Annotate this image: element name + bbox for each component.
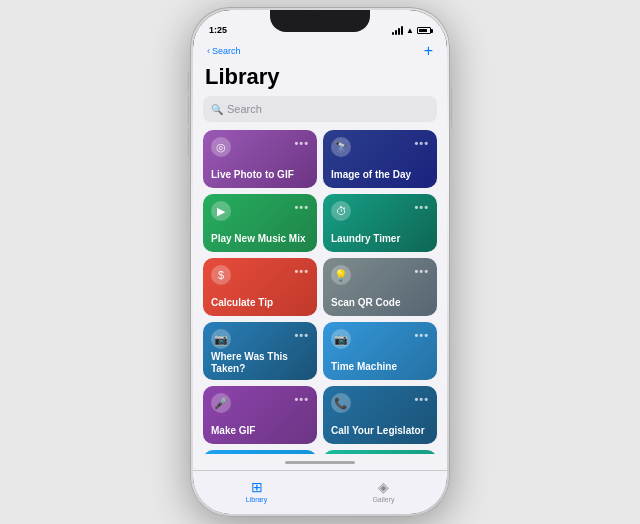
gallery-tab-label: Gallery	[372, 496, 394, 503]
shortcut-label: Live Photo to GIF	[211, 169, 309, 181]
shortcut-label: Play New Music Mix	[211, 233, 309, 245]
back-label: Search	[212, 46, 241, 56]
shortcut-scan-qr[interactable]: 💡 ••• Scan QR Code	[323, 258, 437, 316]
dollar-icon: $	[211, 265, 231, 285]
shortcut-follow[interactable]: 🐦 ••• Follow	[203, 450, 317, 454]
more-icon[interactable]: •••	[294, 137, 309, 149]
volume-down-button	[186, 129, 189, 155]
screen: 1:25 ▲ ‹ Sea	[193, 10, 447, 514]
page-title: Library	[203, 64, 437, 90]
shortcut-contact[interactable]: ✅ ••• Contact	[323, 450, 437, 454]
live-photo-icon: ◎	[211, 137, 231, 157]
shortcut-label: Call Your Legislator	[331, 425, 429, 437]
power-button	[451, 87, 454, 127]
camera2-icon: 📷	[331, 329, 351, 349]
status-icons: ▲	[392, 26, 431, 35]
shortcut-image-of-the-day[interactable]: 🔭 ••• Image of the Day	[323, 130, 437, 188]
mute-button	[186, 72, 189, 90]
shortcut-label: Time Machine	[331, 361, 429, 373]
shortcut-where-taken[interactable]: 📷 ••• Where Was This Taken?	[203, 322, 317, 380]
more-icon[interactable]: •••	[294, 329, 309, 341]
shortcut-calculate-tip[interactable]: $ ••• Calculate Tip	[203, 258, 317, 316]
more-icon[interactable]: •••	[414, 137, 429, 149]
signal-icon	[392, 26, 403, 35]
more-icon[interactable]: •••	[294, 393, 309, 405]
chevron-left-icon: ‹	[207, 46, 210, 56]
timer-icon: ⏱	[331, 201, 351, 221]
phone-icon: 📞	[331, 393, 351, 413]
library-tab-label: Library	[246, 496, 267, 503]
tab-library[interactable]: ⊞ Library	[193, 479, 320, 503]
search-placeholder: Search	[227, 103, 262, 115]
library-tab-icon: ⊞	[251, 479, 263, 495]
more-icon[interactable]: •••	[294, 201, 309, 213]
more-icon[interactable]: •••	[414, 201, 429, 213]
telescope-icon: 🔭	[331, 137, 351, 157]
shortcut-make-gif[interactable]: 🎤 ••• Make GIF	[203, 386, 317, 444]
shortcut-laundry-timer[interactable]: ⏱ ••• Laundry Timer	[323, 194, 437, 252]
shortcut-grid: ◎ ••• Live Photo to GIF 🔭 ••• Image of t…	[203, 130, 437, 454]
search-icon: 🔍	[211, 104, 223, 115]
notch	[270, 10, 370, 32]
home-indicator	[193, 454, 447, 470]
add-button[interactable]: +	[424, 43, 433, 59]
lightbulb-icon: 💡	[331, 265, 351, 285]
main-content: Library 🔍 Search ◎ ••• Live Photo to GIF	[193, 64, 447, 454]
shortcut-label: Laundry Timer	[331, 233, 429, 245]
shortcut-call-legislator[interactable]: 📞 ••• Call Your Legislator	[323, 386, 437, 444]
shortcut-time-machine[interactable]: 📷 ••• Time Machine	[323, 322, 437, 380]
shortcut-live-photo-gif[interactable]: ◎ ••• Live Photo to GIF	[203, 130, 317, 188]
volume-up-button	[186, 97, 189, 123]
back-button[interactable]: ‹ Search	[207, 46, 241, 56]
shortcut-label: Where Was This Taken?	[211, 351, 309, 375]
more-icon[interactable]: •••	[414, 265, 429, 277]
shortcut-label: Calculate Tip	[211, 297, 309, 309]
mic-icon: 🎤	[211, 393, 231, 413]
shortcut-label: Image of the Day	[331, 169, 429, 181]
play-icon: ▶	[211, 201, 231, 221]
navigation-bar: ‹ Search +	[193, 38, 447, 64]
wifi-icon: ▲	[406, 26, 414, 35]
camera-icon: 📷	[211, 329, 231, 349]
battery-icon	[417, 27, 431, 34]
search-bar[interactable]: 🔍 Search	[203, 96, 437, 122]
tab-bar: ⊞ Library ◈ Gallery	[193, 470, 447, 514]
shortcut-label: Scan QR Code	[331, 297, 429, 309]
shortcut-label: Make GIF	[211, 425, 309, 437]
gallery-tab-icon: ◈	[378, 479, 389, 495]
more-icon[interactable]: •••	[414, 329, 429, 341]
tab-gallery[interactable]: ◈ Gallery	[320, 479, 447, 503]
more-icon[interactable]: •••	[414, 393, 429, 405]
status-time: 1:25	[209, 25, 227, 35]
shortcut-play-music[interactable]: ▶ ••• Play New Music Mix	[203, 194, 317, 252]
phone-frame: 1:25 ▲ ‹ Sea	[190, 7, 450, 517]
phone-inner: 1:25 ▲ ‹ Sea	[193, 10, 447, 514]
more-icon[interactable]: •••	[294, 265, 309, 277]
